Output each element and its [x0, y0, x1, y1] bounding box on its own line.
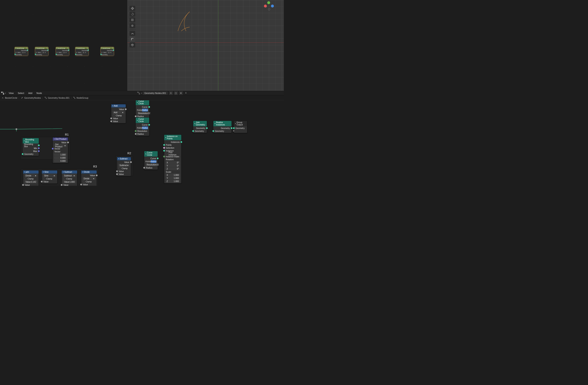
camera-view-icon[interactable]	[129, 23, 135, 28]
axis-x-ball[interactable]	[264, 4, 267, 7]
menu-select[interactable]: Select	[16, 92, 26, 94]
menu-node[interactable]: Node	[34, 92, 44, 94]
svg-rect-6	[87, 48, 87, 48]
crumb-object[interactable]: BezierCircle	[1, 96, 17, 99]
svg-point-64	[137, 92, 138, 93]
mode-switch[interactable]: PointsRadius	[137, 126, 148, 129]
node-header[interactable]: Dot Product	[53, 137, 68, 141]
node-header[interactable]: Curve Circle	[136, 100, 149, 105]
crumb-nodetree[interactable]: Geometry Nodes.001	[44, 96, 70, 99]
frame-title-r3: R3	[93, 165, 97, 168]
resolution-field[interactable]: Resolution32	[137, 112, 148, 115]
node-instance-on-points[interactable]: Instance on Points Instances Points Sele…	[164, 135, 182, 183]
node-realize-instances[interactable]: Realize Instances Geometry Geometry	[213, 121, 232, 133]
node-header[interactable]: Join Geometry	[193, 121, 207, 126]
mode-switch[interactable]: PointsRadius	[137, 109, 148, 112]
svg-rect-4	[67, 48, 68, 48]
op-dropdown[interactable]: Dot Product▾	[54, 144, 67, 147]
node-add[interactable]: Add Value Add▾ Clamp Value Value	[111, 104, 126, 123]
svg-point-61	[132, 25, 133, 26]
node-group-output[interactable]: Group Output Geometry	[234, 121, 247, 133]
svg-point-69	[45, 97, 45, 97]
nodetree-icon	[137, 91, 140, 95]
nodetree-icon	[73, 96, 76, 99]
crumb-nodegroup[interactable]: NodeGroup	[73, 96, 88, 99]
svg-rect-1	[27, 48, 27, 49]
resolution-field[interactable]: Resolution32	[146, 163, 156, 166]
node-dot-product[interactable]: Dot Product Value Dot Product▾ Vector Ve…	[52, 137, 68, 163]
node-header[interactable]: Divide	[81, 171, 97, 173]
node-divide[interactable]: Divide Value Divide▾ Clamp Value Value	[81, 170, 97, 186]
mini-nodegroup-2[interactable]: ▾NodeGroupGeometryNod...5Geometry	[56, 47, 69, 56]
node-header[interactable]: Instance on Points	[164, 135, 181, 140]
svg-rect-9	[113, 48, 113, 49]
mini-nodegroup-0[interactable]: ▾NodeGroupGeometryNod...5Geometry	[15, 47, 28, 56]
lower-node-editor[interactable]: R1 R2 R3 Curve Circle Curve PointsRadius…	[0, 100, 284, 186]
frame-title-r2: R2	[127, 152, 131, 155]
zoom-view-icon[interactable]	[129, 18, 135, 22]
wrench-icon	[21, 96, 23, 99]
svg-rect-62	[1, 92, 2, 93]
node-header[interactable]: Group Output	[234, 121, 247, 126]
node-header[interactable]: Subtract	[117, 157, 131, 160]
mini-nodegroup-3[interactable]: ▾NodeGroupGeometryNod...5Geometry	[75, 47, 89, 56]
lower-wires	[0, 100, 62, 132]
orientation-gizmo[interactable]	[264, 2, 273, 11]
axis-x	[127, 42, 284, 43]
measure-tool-icon[interactable]	[129, 37, 135, 42]
svg-rect-7	[87, 48, 88, 49]
node-pin[interactable]: pi/n Divide▾ Clamp Value3.142 Value	[23, 170, 39, 186]
svg-rect-8	[112, 48, 113, 48]
crumb-modifier[interactable]: GeometryNodes	[21, 96, 41, 99]
mode-switch[interactable]: PointsRadius	[146, 160, 156, 163]
node-curve-circle-1[interactable]: Curve Circle Curve PointsRadius Resoluti…	[135, 100, 149, 118]
reroute[interactable]	[16, 128, 17, 130]
menu-add[interactable]: Add	[26, 92, 34, 94]
svg-point-65	[139, 94, 140, 94]
mini-nodegroup-4[interactable]: ▾NodeGroupGeometryNod...5Geometry	[100, 47, 114, 56]
svg-point-70	[46, 98, 46, 99]
fake-user-icon[interactable]	[174, 91, 178, 95]
svg-point-66	[170, 92, 171, 93]
rotate-view-icon[interactable]	[129, 12, 135, 17]
upper-node-editor[interactable]: ▾NodeGroupGeometryNod...5Geometry▾NodeGr…	[0, 0, 127, 91]
move-view-icon[interactable]	[129, 6, 135, 11]
node-header[interactable]: Curve Circle	[144, 151, 158, 156]
3d-viewport[interactable]	[127, 0, 284, 91]
object-icon	[1, 96, 4, 99]
node-header[interactable]: Subtract	[62, 171, 77, 173]
node-header[interactable]: Add	[111, 104, 126, 107]
breadcrumb: BezierCircle › GeometryNodes › Geometry …	[0, 95, 284, 100]
svg-rect-2	[47, 48, 47, 48]
svg-point-15	[176, 27, 190, 31]
axis-y-ball[interactable]	[267, 1, 270, 4]
node-subtract-r3[interactable]: Subtract Subtract▾ Clamp Value1.000 Valu…	[62, 170, 77, 186]
axis-y	[218, 0, 218, 91]
add-cube-icon[interactable]	[129, 42, 135, 47]
mini-nodegroup-1[interactable]: ▾NodeGroupGeometryNod...5Geometry	[35, 47, 49, 56]
editor-type-dropdown[interactable]: ▾	[0, 91, 7, 95]
node-bounding-box[interactable]: Bounding Box Bounding Box Min Max Geomet…	[22, 138, 39, 156]
svg-rect-3	[47, 48, 47, 49]
node-join-geometry[interactable]: Join Geometry Geometry Geometry	[193, 121, 207, 133]
node-subtract-r2[interactable]: Subtract Value Subtract▾ Clamp Value Val…	[117, 157, 131, 176]
axis-z-ball[interactable]	[271, 4, 274, 7]
svg-point-72	[74, 98, 75, 99]
node-curve-circle-3[interactable]: Curve Circle Curve PointsRadius Resoluti…	[144, 151, 158, 170]
node-header[interactable]: pi/n	[23, 171, 39, 173]
pin-icon[interactable]	[184, 91, 188, 95]
op-dropdown[interactable]: Add▾	[112, 111, 125, 114]
op-dropdown[interactable]: Subtract▾	[118, 164, 130, 167]
node-header[interactable]: Realize Instances	[213, 121, 231, 126]
node-sine[interactable]: Sine Sine▾ Clamp Value	[42, 170, 58, 184]
users-icon[interactable]	[169, 91, 173, 95]
node-editor-header: ▾ View Select Add Node ▾ Geometry Nodes.…	[0, 91, 284, 95]
nodetree-name-field[interactable]: Geometry Nodes.001	[143, 91, 168, 95]
draw-tool-icon[interactable]	[129, 31, 135, 36]
node-header[interactable]: Bounding Box	[23, 138, 39, 143]
menu-view[interactable]: View	[7, 92, 16, 94]
node-header[interactable]: Sine	[42, 171, 57, 173]
unlink-icon[interactable]	[179, 91, 183, 95]
node-header[interactable]: Curve Circle	[136, 117, 149, 123]
node-curve-circle-2[interactable]: Curve Circle Curve PointsRadius Resoluti…	[135, 117, 149, 136]
